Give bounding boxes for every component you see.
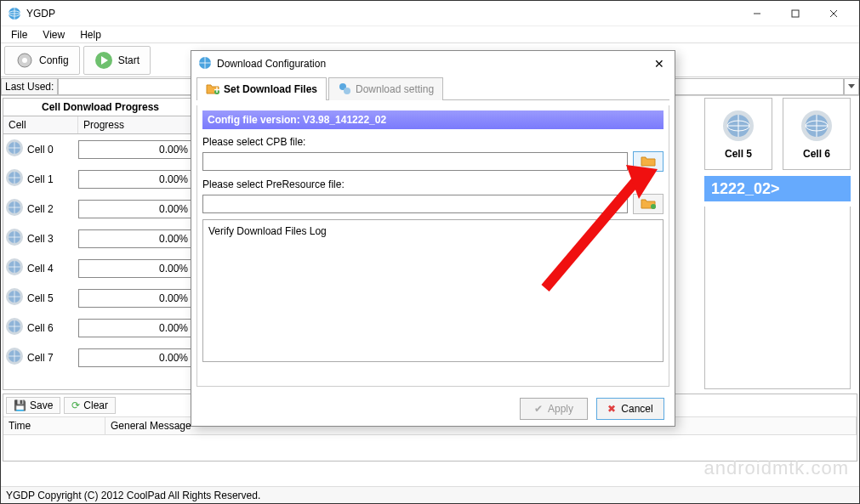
cell-name: Cell 4 xyxy=(27,263,54,275)
app-icon xyxy=(198,56,212,72)
globe-icon xyxy=(5,139,24,160)
table-row: Cell 50.00% xyxy=(3,283,197,313)
cpb-input[interactable] xyxy=(202,152,628,171)
download-config-dialog: Download Configuration ✕ + Set Download … xyxy=(191,50,675,427)
cpb-field: Please select CPB file: xyxy=(202,136,664,172)
cell-name: Cell 7 xyxy=(27,352,54,364)
window-controls xyxy=(738,2,852,25)
globe-icon xyxy=(5,317,24,338)
cell-name: Cell 3 xyxy=(27,233,54,245)
cell-name: Cell 6 xyxy=(27,322,54,334)
verify-log-box: Verify Download Files Log xyxy=(202,219,664,362)
close-icon: ✖ xyxy=(607,403,616,415)
cell-name: Cell 1 xyxy=(27,173,54,185)
tab-set-download-files[interactable]: + Set Download Files xyxy=(196,77,327,100)
cpb-browse-button[interactable] xyxy=(633,151,664,172)
verify-log-label: Verify Download Files Log xyxy=(208,225,327,237)
apply-label: Apply xyxy=(548,403,573,415)
cancel-label: Cancel xyxy=(621,403,652,415)
minimize-button[interactable] xyxy=(738,2,776,25)
svg-text:+: + xyxy=(214,84,219,94)
menu-help[interactable]: Help xyxy=(73,27,108,42)
preresource-browse-button[interactable] xyxy=(633,194,664,214)
table-row: Cell 00.00% xyxy=(3,134,197,164)
copyright: YGDP Copyright (C) 2012 CoolPad All Righ… xyxy=(6,490,260,501)
config-button[interactable]: Config xyxy=(4,46,80,75)
progress-panel-title: Cell Donwload Progress xyxy=(3,99,197,116)
globe-icon xyxy=(5,228,24,249)
config-label: Config xyxy=(39,54,69,66)
dialog-close-button[interactable]: ✕ xyxy=(651,55,668,72)
table-row: Cell 70.00% xyxy=(3,343,197,372)
menu-file[interactable]: File xyxy=(4,27,34,42)
gear-icon xyxy=(15,51,34,70)
progress-value: 0.00% xyxy=(78,229,194,248)
progress-value: 0.00% xyxy=(78,140,194,159)
cancel-button[interactable]: ✖ Cancel xyxy=(596,398,664,420)
close-button[interactable] xyxy=(814,2,852,25)
version-strip: 1222_02> xyxy=(704,176,851,201)
table-row: Cell 30.00% xyxy=(3,224,197,253)
save-label: Save xyxy=(30,399,53,411)
clear-label: Clear xyxy=(83,399,108,411)
preresource-input[interactable] xyxy=(202,195,628,213)
svg-rect-3 xyxy=(792,10,799,17)
globe-icon xyxy=(800,109,834,143)
folder-icon: + xyxy=(206,82,219,97)
progress-value: 0.00% xyxy=(78,319,194,337)
dialog-tabs: + Set Download Files Download setting xyxy=(196,76,669,100)
progress-value: 0.00% xyxy=(78,170,194,189)
app-icon xyxy=(8,7,21,20)
svg-marker-10 xyxy=(848,84,855,88)
globe-icon xyxy=(721,109,755,143)
table-row: Cell 10.00% xyxy=(3,164,197,194)
titlebar: YGDP xyxy=(1,1,859,26)
svg-point-37 xyxy=(344,88,350,94)
last-used-label: Last Used: xyxy=(1,78,58,95)
progress-value: 0.00% xyxy=(78,259,194,278)
tab-download-setting[interactable]: Download setting xyxy=(328,77,443,100)
check-icon: ✔ xyxy=(534,403,543,415)
cell-card-5[interactable]: Cell 5 xyxy=(704,98,772,170)
save-icon: 💾 xyxy=(14,399,26,411)
globe-icon xyxy=(5,258,24,279)
progress-panel: Cell Donwload Progress Cell Progress Cel… xyxy=(3,98,198,390)
save-button[interactable]: 💾Save xyxy=(6,397,60,414)
apply-button[interactable]: ✔ Apply xyxy=(520,398,588,420)
tab-label: Set Download Files xyxy=(224,83,317,95)
maximize-button[interactable] xyxy=(776,2,814,25)
refresh-icon: ⟳ xyxy=(71,399,80,411)
cpb-label: Please select CPB file: xyxy=(202,136,664,148)
progress-header: Cell Progress xyxy=(3,116,197,134)
cell-name: Cell 2 xyxy=(27,203,54,215)
globe-icon xyxy=(5,347,24,368)
menubar: File View Help xyxy=(1,26,859,43)
globe-icon xyxy=(5,198,24,219)
folder-icon xyxy=(641,155,656,169)
progress-value: 0.00% xyxy=(78,200,194,218)
play-icon xyxy=(94,51,113,70)
globe-icon xyxy=(5,168,24,190)
footer: YGDP Copyright (C) 2012 CoolPad All Righ… xyxy=(1,486,859,503)
svg-point-7 xyxy=(22,58,27,63)
clear-button[interactable]: ⟳Clear xyxy=(64,397,116,414)
globe-icon xyxy=(5,287,24,309)
config-version-bar: Config file version: V3.98_141222_02 xyxy=(202,110,664,129)
menu-view[interactable]: View xyxy=(36,27,71,42)
cells-row: Cell 5 Cell 6 xyxy=(704,98,851,170)
start-label: Start xyxy=(118,54,140,66)
preresource-label: Please select PreResource file: xyxy=(202,178,664,190)
dialog-body: Config file version: V3.98_141222_02 Ple… xyxy=(196,105,669,387)
col-cell: Cell xyxy=(3,116,78,133)
dialog-titlebar: Download Configuration ✕ xyxy=(191,51,675,76)
col-progress: Progress xyxy=(78,116,197,133)
cell-name: Cell 0 xyxy=(27,144,54,156)
cell-card-6[interactable]: Cell 6 xyxy=(783,98,851,170)
start-button[interactable]: Start xyxy=(83,46,151,75)
progress-value: 0.00% xyxy=(78,348,194,367)
dialog-title: Download Configuration xyxy=(217,58,646,70)
log-body xyxy=(3,435,857,461)
last-used-dropdown[interactable] xyxy=(844,78,859,95)
dialog-footer: ✔ Apply ✖ Cancel xyxy=(191,392,675,426)
cell-label: Cell 5 xyxy=(725,148,752,160)
